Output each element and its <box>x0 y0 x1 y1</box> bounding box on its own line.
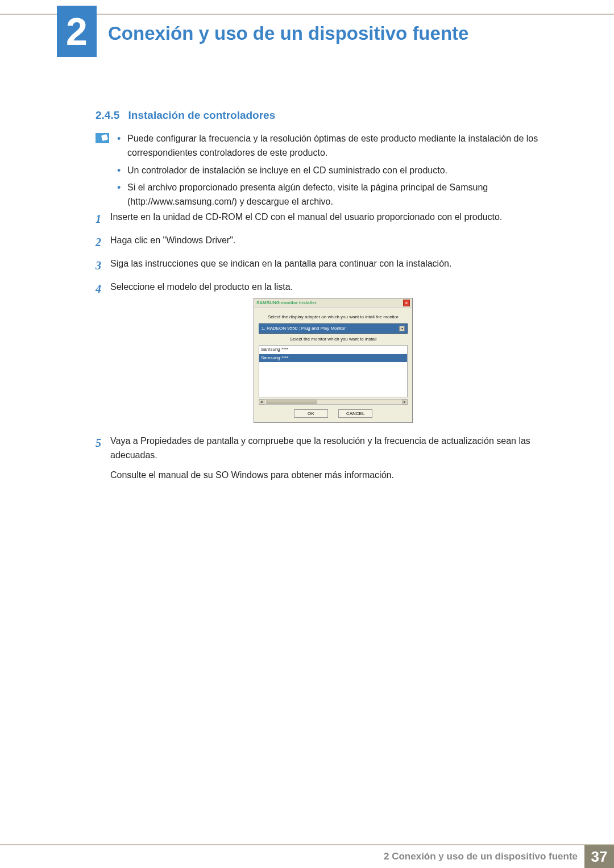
scroll-left-icon[interactable]: ◂ <box>259 399 264 405</box>
horizontal-scrollbar[interactable]: ◂ ▸ <box>259 399 408 405</box>
step-row: 1 Inserte en la unidad de CD-ROM el CD c… <box>96 210 556 228</box>
step-text: Seleccione el modelo del producto en la … <box>110 280 556 294</box>
scroll-right-icon[interactable]: ▸ <box>402 399 408 405</box>
note-icon <box>96 133 109 143</box>
step-number: 2 <box>96 234 110 251</box>
list-item[interactable]: Samsung **** <box>259 354 407 362</box>
dialog-titlebar: SAMSUNG monitor installer × <box>254 298 412 308</box>
cancel-button[interactable]: CANCEL <box>338 409 372 418</box>
chapter-title: Conexión y uso de un dispositivo fuente <box>108 23 468 44</box>
info-bullet: Un controlador de instalación se incluye… <box>117 164 556 178</box>
step-text: Haga clic en "Windows Driver". <box>110 234 556 251</box>
footer-chapter-title: 2 Conexión y uso de un dispositivo fuent… <box>384 851 578 862</box>
step-row: 4 Seleccione el modelo del producto en l… <box>96 280 556 429</box>
scroll-thumb[interactable] <box>266 400 317 404</box>
monitor-listbox[interactable]: Samsung **** Samsung **** <box>259 345 408 397</box>
step-extra-text: Consulte el manual de su SO Windows para… <box>110 468 556 483</box>
step-text: Siga las instrucciones que se indican en… <box>110 257 556 275</box>
info-bullet: Si el archivo proporcionado presenta alg… <box>117 181 556 209</box>
step-number: 5 <box>96 434 110 482</box>
page-number: 37 <box>584 845 614 868</box>
chapter-number: 2 <box>66 12 88 51</box>
step-text: Inserte en la unidad de CD-ROM el CD con… <box>110 210 556 228</box>
adapter-dropdown[interactable]: 1. RADEON 9550 : Plug and Play Monitor ▾ <box>259 323 408 334</box>
step-row: 5 Vaya a Propiedades de pantalla y compr… <box>96 434 556 482</box>
chevron-down-icon: ▾ <box>399 326 405 331</box>
dialog-adapter-label: Select the display adapter on which you … <box>259 314 408 321</box>
section-number: 2.4.5 <box>96 109 119 121</box>
info-list: Puede configurar la frecuencia y la reso… <box>117 132 556 213</box>
steps: 1 Inserte en la unidad de CD-ROM el CD c… <box>96 210 556 488</box>
step-number: 3 <box>96 257 110 275</box>
info-bullet: Puede configurar la frecuencia y la reso… <box>117 132 556 160</box>
close-icon[interactable]: × <box>403 300 410 306</box>
dialog-title: SAMSUNG monitor installer <box>256 300 317 306</box>
section-title: Instalación de controladores <box>128 109 276 121</box>
step-number: 4 <box>96 280 110 429</box>
dialog-monitor-label: Select the monitor which you want to ins… <box>259 336 408 343</box>
step-number: 1 <box>96 210 110 228</box>
adapter-selected: 1. RADEON 9550 : Plug and Play Monitor <box>262 325 346 332</box>
chapter-number-block: 2 <box>57 6 97 57</box>
step-row: 2 Haga clic en "Windows Driver". <box>96 234 556 251</box>
step-row: 3 Siga las instrucciones que se indican … <box>96 257 556 275</box>
step-text: Vaya a Propiedades de pantalla y comprue… <box>110 434 556 463</box>
installer-dialog: SAMSUNG monitor installer × Select the d… <box>254 298 413 423</box>
ok-button[interactable]: OK <box>294 409 328 418</box>
page-footer: 2 Conexión y uso de un dispositivo fuent… <box>0 844 614 868</box>
info-box: Puede configurar la frecuencia y la reso… <box>96 132 556 213</box>
section-heading: 2.4.5 Instalación de controladores <box>96 109 275 122</box>
list-item[interactable]: Samsung **** <box>259 346 407 354</box>
